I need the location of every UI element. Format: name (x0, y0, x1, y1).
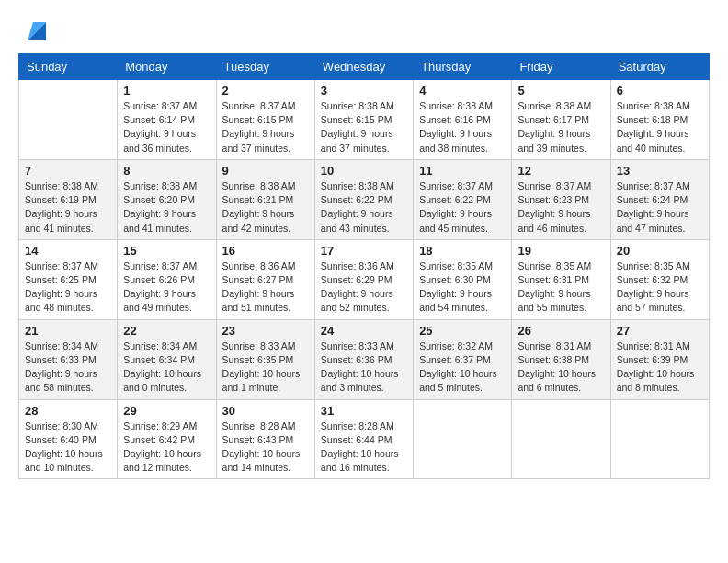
day-info: Sunrise: 8:38 AM Sunset: 6:20 PM Dayligh… (123, 179, 210, 236)
day-info: Sunrise: 8:30 AM Sunset: 6:40 PM Dayligh… (25, 419, 111, 476)
day-number: 3 (321, 84, 407, 98)
day-info: Sunrise: 8:38 AM Sunset: 6:16 PM Dayligh… (419, 99, 506, 155)
day-number: 14 (25, 244, 111, 258)
day-number: 8 (123, 164, 210, 178)
column-header-monday: Monday (118, 54, 216, 80)
day-cell: 4Sunrise: 8:38 AM Sunset: 6:16 PM Daylig… (414, 80, 512, 160)
column-header-thursday: Thursday (414, 54, 512, 80)
day-number: 16 (222, 244, 309, 258)
day-cell: 5Sunrise: 8:38 AM Sunset: 6:17 PM Daylig… (512, 80, 610, 160)
week-row-2: 7Sunrise: 8:38 AM Sunset: 6:19 PM Daylig… (19, 159, 710, 239)
day-number: 11 (419, 164, 506, 178)
day-number: 15 (123, 244, 210, 258)
week-row-1: 1Sunrise: 8:37 AM Sunset: 6:14 PM Daylig… (19, 80, 710, 160)
day-cell: 19Sunrise: 8:35 AM Sunset: 6:31 PM Dayli… (512, 239, 610, 319)
logo (18, 15, 50, 44)
day-cell (414, 399, 512, 479)
day-info: Sunrise: 8:33 AM Sunset: 6:35 PM Dayligh… (222, 339, 309, 396)
day-cell: 12Sunrise: 8:37 AM Sunset: 6:23 PM Dayli… (512, 159, 610, 239)
day-number: 25 (419, 324, 506, 338)
column-header-friday: Friday (512, 54, 610, 80)
day-cell: 1Sunrise: 8:37 AM Sunset: 6:14 PM Daylig… (118, 80, 216, 160)
day-info: Sunrise: 8:32 AM Sunset: 6:37 PM Dayligh… (419, 339, 506, 396)
day-cell: 9Sunrise: 8:38 AM Sunset: 6:21 PM Daylig… (216, 159, 314, 239)
day-info: Sunrise: 8:35 AM Sunset: 6:31 PM Dayligh… (518, 259, 604, 316)
day-number: 24 (321, 324, 407, 338)
week-row-5: 28Sunrise: 8:30 AM Sunset: 6:40 PM Dayli… (19, 399, 710, 479)
day-info: Sunrise: 8:36 AM Sunset: 6:29 PM Dayligh… (321, 259, 407, 316)
day-cell: 11Sunrise: 8:37 AM Sunset: 6:22 PM Dayli… (414, 159, 512, 239)
column-header-saturday: Saturday (610, 54, 709, 80)
day-cell: 13Sunrise: 8:37 AM Sunset: 6:24 PM Dayli… (610, 159, 709, 239)
day-info: Sunrise: 8:35 AM Sunset: 6:32 PM Dayligh… (617, 259, 703, 316)
day-number: 18 (419, 244, 506, 258)
day-info: Sunrise: 8:37 AM Sunset: 6:24 PM Dayligh… (617, 179, 703, 236)
day-info: Sunrise: 8:37 AM Sunset: 6:25 PM Dayligh… (25, 259, 111, 316)
day-cell: 14Sunrise: 8:37 AM Sunset: 6:25 PM Dayli… (19, 239, 118, 319)
day-number: 2 (222, 84, 309, 98)
day-number: 23 (222, 324, 309, 338)
day-number: 4 (419, 84, 506, 98)
day-number: 1 (123, 84, 210, 98)
day-cell (19, 80, 118, 160)
day-cell: 20Sunrise: 8:35 AM Sunset: 6:32 PM Dayli… (610, 239, 709, 319)
day-info: Sunrise: 8:37 AM Sunset: 6:22 PM Dayligh… (419, 179, 506, 236)
day-cell: 3Sunrise: 8:38 AM Sunset: 6:15 PM Daylig… (314, 80, 413, 160)
day-info: Sunrise: 8:36 AM Sunset: 6:27 PM Dayligh… (222, 259, 309, 316)
day-info: Sunrise: 8:38 AM Sunset: 6:15 PM Dayligh… (321, 99, 407, 155)
day-cell: 24Sunrise: 8:33 AM Sunset: 6:36 PM Dayli… (314, 319, 413, 399)
day-info: Sunrise: 8:35 AM Sunset: 6:30 PM Dayligh… (419, 259, 506, 316)
page-header (18, 15, 710, 44)
day-info: Sunrise: 8:38 AM Sunset: 6:18 PM Dayligh… (617, 99, 703, 155)
day-cell: 8Sunrise: 8:38 AM Sunset: 6:20 PM Daylig… (118, 159, 216, 239)
week-row-3: 14Sunrise: 8:37 AM Sunset: 6:25 PM Dayli… (19, 239, 710, 319)
day-info: Sunrise: 8:28 AM Sunset: 6:43 PM Dayligh… (222, 419, 309, 476)
header-row: SundayMondayTuesdayWednesdayThursdayFrid… (19, 54, 710, 80)
day-number: 21 (25, 324, 111, 338)
day-number: 26 (518, 324, 604, 338)
day-cell: 23Sunrise: 8:33 AM Sunset: 6:35 PM Dayli… (216, 319, 314, 399)
day-number: 6 (617, 84, 703, 98)
day-number: 19 (518, 244, 604, 258)
week-row-4: 21Sunrise: 8:34 AM Sunset: 6:33 PM Dayli… (19, 319, 710, 399)
column-header-wednesday: Wednesday (314, 54, 413, 80)
day-cell: 25Sunrise: 8:32 AM Sunset: 6:37 PM Dayli… (414, 319, 512, 399)
day-cell (610, 399, 709, 479)
day-info: Sunrise: 8:31 AM Sunset: 6:39 PM Dayligh… (617, 339, 703, 396)
calendar-body: 1Sunrise: 8:37 AM Sunset: 6:14 PM Daylig… (19, 80, 710, 479)
calendar-table: SundayMondayTuesdayWednesdayThursdayFrid… (18, 53, 710, 479)
day-info: Sunrise: 8:33 AM Sunset: 6:36 PM Dayligh… (321, 339, 407, 396)
day-number: 9 (222, 164, 309, 178)
day-cell: 27Sunrise: 8:31 AM Sunset: 6:39 PM Dayli… (610, 319, 709, 399)
day-cell: 6Sunrise: 8:38 AM Sunset: 6:18 PM Daylig… (610, 80, 709, 160)
day-number: 7 (25, 164, 111, 178)
day-cell: 29Sunrise: 8:29 AM Sunset: 6:42 PM Dayli… (118, 399, 216, 479)
day-cell: 30Sunrise: 8:28 AM Sunset: 6:43 PM Dayli… (216, 399, 314, 479)
day-number: 10 (321, 164, 407, 178)
day-info: Sunrise: 8:37 AM Sunset: 6:23 PM Dayligh… (518, 179, 604, 236)
day-info: Sunrise: 8:28 AM Sunset: 6:44 PM Dayligh… (321, 419, 407, 476)
day-number: 20 (617, 244, 703, 258)
day-number: 22 (123, 324, 210, 338)
day-number: 27 (617, 324, 703, 338)
column-header-tuesday: Tuesday (216, 54, 314, 80)
day-info: Sunrise: 8:31 AM Sunset: 6:38 PM Dayligh… (518, 339, 604, 396)
day-info: Sunrise: 8:38 AM Sunset: 6:19 PM Dayligh… (25, 179, 111, 236)
day-info: Sunrise: 8:37 AM Sunset: 6:14 PM Dayligh… (123, 99, 210, 155)
day-info: Sunrise: 8:37 AM Sunset: 6:26 PM Dayligh… (123, 259, 210, 316)
day-cell: 10Sunrise: 8:38 AM Sunset: 6:22 PM Dayli… (314, 159, 413, 239)
day-info: Sunrise: 8:29 AM Sunset: 6:42 PM Dayligh… (123, 419, 210, 476)
day-number: 28 (25, 404, 111, 418)
day-cell: 17Sunrise: 8:36 AM Sunset: 6:29 PM Dayli… (314, 239, 413, 319)
day-info: Sunrise: 8:38 AM Sunset: 6:22 PM Dayligh… (321, 179, 407, 236)
day-cell: 7Sunrise: 8:38 AM Sunset: 6:19 PM Daylig… (19, 159, 118, 239)
day-number: 31 (321, 404, 407, 418)
day-number: 29 (123, 404, 210, 418)
day-number: 12 (518, 164, 604, 178)
day-number: 13 (617, 164, 703, 178)
day-cell: 15Sunrise: 8:37 AM Sunset: 6:26 PM Dayli… (118, 239, 216, 319)
day-cell: 21Sunrise: 8:34 AM Sunset: 6:33 PM Dayli… (19, 319, 118, 399)
day-info: Sunrise: 8:38 AM Sunset: 6:17 PM Dayligh… (518, 99, 604, 155)
calendar-header: SundayMondayTuesdayWednesdayThursdayFrid… (19, 54, 710, 80)
day-info: Sunrise: 8:34 AM Sunset: 6:33 PM Dayligh… (25, 339, 111, 396)
